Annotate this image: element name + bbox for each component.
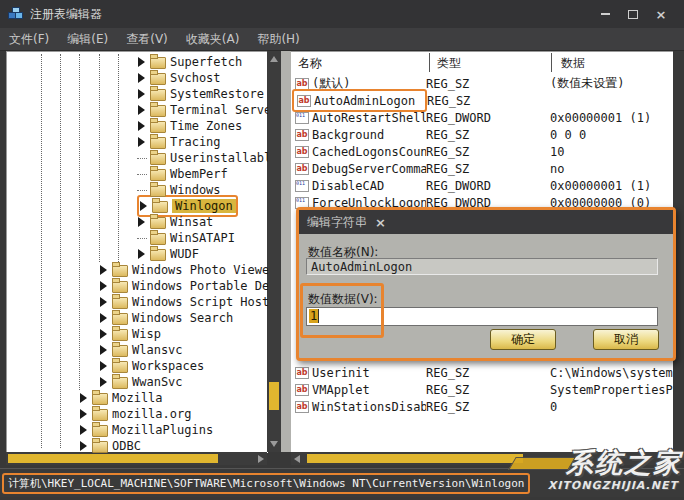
column-header-name[interactable]: 名称: [298, 55, 322, 72]
value-type: REG_SZ: [426, 400, 550, 414]
expand-arrow-icon[interactable]: [99, 297, 109, 307]
value-row-winstationsdisabled[interactable]: abWinStationsDisabledREG_SZ0: [291, 398, 673, 415]
dword-value-icon: 011 110: [295, 112, 309, 124]
expand-arrow-icon[interactable]: [137, 249, 147, 259]
tree-item-wudf[interactable]: WUDF: [7, 246, 268, 262]
string-value-icon: ab: [295, 401, 309, 413]
value-name-cell: abDebugServerCommand: [291, 162, 426, 176]
scrollbar-thumb[interactable]: [307, 454, 523, 463]
tree-item-windows-search[interactable]: Windows Search: [7, 310, 268, 326]
value-rows-bottom: abUserinitREG_SZC:\Windows\system32abVMA…: [291, 364, 673, 415]
expand-arrow-icon[interactable]: [79, 409, 89, 419]
tree-item-wisp[interactable]: Wisp: [7, 326, 268, 342]
value-name: Background: [312, 128, 384, 142]
folder-icon: [150, 185, 166, 197]
tree-item-mozilla-org[interactable]: mozilla.org: [7, 406, 268, 422]
tree-item-time-zones[interactable]: Time Zones: [7, 118, 268, 134]
folder-icon: [112, 297, 128, 309]
registry-tree-pane[interactable]: SuperfetchSvchostSystemRestoreTerminal S…: [6, 51, 268, 453]
dialog-close-icon[interactable]: ×: [375, 215, 386, 230]
column-header-type[interactable]: 类型: [437, 55, 461, 72]
expand-arrow-icon[interactable]: [79, 425, 89, 435]
tree-item-userinstallable-d[interactable]: Userinstallable.d: [7, 150, 268, 166]
tree-item-wwansvc[interactable]: WwanSvc: [7, 374, 268, 390]
value-row-background[interactable]: abBackgroundREG_SZ0 0 0: [291, 126, 673, 143]
expand-arrow-icon[interactable]: [137, 217, 147, 227]
tree-item-wbemperf[interactable]: WbemPerf: [7, 166, 268, 182]
value-row-autorestartshell[interactable]: 011 110AutoRestartShellREG_DWORD0x000000…: [291, 109, 673, 126]
tree-item-odbc[interactable]: ODBC: [7, 438, 268, 453]
tree-item-label: Mozilla: [112, 391, 163, 405]
expand-arrow-icon[interactable]: [99, 361, 109, 371]
expand-arrow-icon[interactable]: [137, 105, 147, 115]
tree-item-winlogon[interactable]: Winlogon: [7, 198, 268, 214]
expand-arrow-icon[interactable]: [137, 57, 147, 67]
ok-button[interactable]: 确定: [490, 329, 556, 350]
folder-icon: [150, 233, 166, 245]
folder-icon: [112, 313, 128, 325]
tree-horizontal-scrollbar[interactable]: [6, 452, 267, 465]
scrollbar-thumb[interactable]: [269, 382, 279, 410]
expand-arrow-icon[interactable]: [99, 265, 109, 275]
tree-item-windows-script-host[interactable]: Windows Script Host: [7, 294, 268, 310]
value-type: REG_SZ: [426, 383, 550, 397]
value-row-debugservercommand[interactable]: abDebugServerCommandREG_SZno: [291, 160, 673, 177]
tree-item-systemrestore[interactable]: SystemRestore: [7, 86, 268, 102]
expand-arrow-icon[interactable]: [137, 89, 147, 99]
tree-item-superfetch[interactable]: Superfetch: [7, 54, 268, 70]
value-row-userinit[interactable]: abUserinitREG_SZC:\Windows\system32: [291, 364, 673, 381]
value-row-vmapplet[interactable]: abVMAppletREG_SZSystemPropertiesPer: [291, 381, 673, 398]
folder-icon: [150, 89, 166, 101]
tree-item-svchost[interactable]: Svchost: [7, 70, 268, 86]
pane-divider[interactable]: [281, 51, 291, 452]
expand-arrow-icon[interactable]: [137, 73, 147, 83]
string-value-icon: ab: [295, 146, 309, 158]
scrollbar-thumb[interactable]: [8, 454, 218, 463]
expand-arrow-icon[interactable]: [99, 313, 109, 323]
value-row-disablecad[interactable]: 011 110DisableCADREG_DWORD0x00000001 (1): [291, 177, 673, 194]
list-horizontal-scrollbar[interactable]: [291, 452, 673, 465]
expand-arrow-icon[interactable]: [99, 377, 109, 387]
maximize-button[interactable]: [626, 7, 640, 21]
dialog-title-bar[interactable]: 编辑字符串 ×: [299, 210, 673, 234]
tree-item-wlansvc[interactable]: Wlansvc: [7, 342, 268, 358]
expand-arrow-icon[interactable]: [137, 121, 147, 131]
close-button[interactable]: ×: [654, 7, 668, 21]
menu-item-e[interactable]: 编辑(E): [58, 28, 117, 50]
tree-item-winsatapi[interactable]: WinSATAPI: [7, 230, 268, 246]
menu-item-h[interactable]: 帮助(H): [248, 28, 308, 50]
tree-item-windows-photo-viewer[interactable]: Windows Photo Viewer: [7, 262, 268, 278]
value-row-autoadminlogon[interactable]: abAutoAdminLogonREG_SZ: [291, 92, 673, 109]
cancel-button[interactable]: 取消: [593, 329, 659, 350]
expand-arrow-icon[interactable]: [99, 281, 109, 291]
expand-arrow-icon[interactable]: [99, 329, 109, 339]
value-data-input[interactable]: 1: [306, 307, 658, 326]
scroll-left-icon[interactable]: [294, 455, 300, 463]
expand-arrow-icon[interactable]: [79, 393, 89, 403]
window-title: 注册表编辑器: [30, 6, 102, 23]
tree-item-windows-portable-device[interactable]: Windows Portable Device: [7, 278, 268, 294]
menu-item-f[interactable]: 文件(F): [0, 28, 58, 50]
menu-item-a[interactable]: 收藏夹(A): [177, 28, 249, 50]
tree-item-tracing[interactable]: Tracing: [7, 134, 268, 150]
column-separator: [551, 53, 552, 72]
scroll-down-icon[interactable]: [270, 441, 278, 447]
expand-arrow-icon[interactable]: [139, 201, 149, 211]
tree-vertical-scrollbar[interactable]: [267, 51, 281, 452]
tree-item-mozilla[interactable]: Mozilla: [7, 390, 268, 406]
expand-arrow-icon[interactable]: [137, 137, 147, 147]
tree-item-label: Userinstallable.d: [170, 151, 268, 165]
tree-item-label: Superfetch: [170, 55, 242, 69]
column-header-data[interactable]: 数据: [561, 55, 585, 72]
scroll-right-icon[interactable]: [258, 455, 264, 463]
expand-arrow-icon[interactable]: [99, 345, 109, 355]
value-row-cachedlogonscount[interactable]: abCachedLogonsCountREG_SZ10: [291, 143, 673, 160]
minimize-button[interactable]: [598, 7, 612, 21]
tree-item-terminal-server[interactable]: Terminal Server: [7, 102, 268, 118]
menu-item-v[interactable]: 查看(V): [117, 28, 177, 50]
scroll-up-icon[interactable]: [270, 56, 278, 62]
tree-item-mozillaplugins[interactable]: MozillaPlugins: [7, 422, 268, 438]
expand-arrow-icon[interactable]: [79, 441, 89, 451]
tree-item-workspaces[interactable]: Workspaces: [7, 358, 268, 374]
folder-icon: [92, 393, 108, 405]
